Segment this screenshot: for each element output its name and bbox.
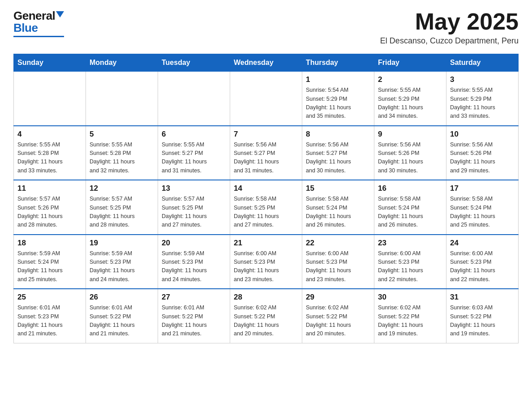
calendar-day-cell: 26Sunrise: 6:01 AMSunset: 5:22 PMDayligh…: [86, 289, 158, 343]
day-info: Sunrise: 6:00 AMSunset: 5:23 PMDaylight:…: [378, 249, 442, 284]
day-info: Sunrise: 5:58 AMSunset: 5:24 PMDaylight:…: [450, 195, 515, 230]
day-number: 16: [378, 184, 442, 193]
day-info: Sunrise: 5:56 AMSunset: 5:26 PMDaylight:…: [378, 141, 442, 176]
day-info: Sunrise: 6:00 AMSunset: 5:23 PMDaylight:…: [450, 249, 515, 284]
calendar-day-cell: 29Sunrise: 6:02 AMSunset: 5:22 PMDayligh…: [302, 289, 374, 343]
day-info: Sunrise: 6:02 AMSunset: 5:22 PMDaylight:…: [306, 304, 370, 338]
day-info: Sunrise: 6:00 AMSunset: 5:23 PMDaylight:…: [234, 249, 298, 284]
day-number: 27: [162, 293, 226, 302]
day-info: Sunrise: 5:55 AMSunset: 5:28 PMDaylight:…: [90, 141, 154, 176]
calendar-day-cell: [14, 72, 86, 126]
day-number: 29: [306, 293, 370, 302]
day-number: 21: [234, 239, 298, 248]
day-number: 23: [378, 239, 442, 248]
day-of-week-header: Sunday: [14, 54, 86, 72]
calendar-table: SundayMondayTuesdayWednesdayThursdayFrid…: [13, 54, 519, 343]
day-number: 26: [90, 293, 154, 302]
location-subtitle: El Descanso, Cuzco Department, Peru: [380, 36, 519, 46]
calendar-week-row: 4Sunrise: 5:55 AMSunset: 5:28 PMDaylight…: [14, 126, 519, 180]
calendar-day-cell: 7Sunrise: 5:56 AMSunset: 5:27 PMDaylight…: [230, 126, 302, 180]
calendar-day-cell: 2Sunrise: 5:55 AMSunset: 5:29 PMDaylight…: [374, 72, 446, 126]
day-info: Sunrise: 6:03 AMSunset: 5:22 PMDaylight:…: [450, 304, 515, 338]
calendar-day-cell: 14Sunrise: 5:58 AMSunset: 5:25 PMDayligh…: [230, 180, 302, 235]
day-of-week-header: Friday: [374, 54, 446, 72]
day-info: Sunrise: 5:55 AMSunset: 5:29 PMDaylight:…: [450, 86, 515, 121]
calendar-day-cell: 31Sunrise: 6:03 AMSunset: 5:22 PMDayligh…: [446, 289, 519, 343]
logo-blue-text: Blue: [13, 21, 38, 35]
calendar-week-row: 18Sunrise: 5:59 AMSunset: 5:24 PMDayligh…: [14, 235, 519, 289]
logo-underline: [13, 36, 64, 37]
day-number: 7: [234, 130, 298, 139]
calendar-day-cell: 9Sunrise: 5:56 AMSunset: 5:26 PMDaylight…: [374, 126, 446, 180]
calendar-day-cell: [158, 72, 230, 126]
day-number: 24: [450, 239, 515, 248]
day-info: Sunrise: 5:56 AMSunset: 5:26 PMDaylight:…: [450, 141, 515, 176]
day-info: Sunrise: 6:00 AMSunset: 5:23 PMDaylight:…: [306, 249, 370, 284]
day-number: 20: [162, 239, 226, 248]
calendar-day-cell: 30Sunrise: 6:02 AMSunset: 5:22 PMDayligh…: [374, 289, 446, 343]
calendar-day-cell: 27Sunrise: 6:01 AMSunset: 5:22 PMDayligh…: [158, 289, 230, 343]
calendar-day-cell: 10Sunrise: 5:56 AMSunset: 5:26 PMDayligh…: [446, 126, 519, 180]
day-number: 12: [90, 184, 154, 193]
calendar-week-row: 1Sunrise: 5:54 AMSunset: 5:29 PMDaylight…: [14, 72, 519, 126]
day-number: 9: [378, 130, 442, 139]
logo: General Blue: [13, 9, 64, 37]
calendar-day-cell: 28Sunrise: 6:02 AMSunset: 5:22 PMDayligh…: [230, 289, 302, 343]
calendar-day-cell: 15Sunrise: 5:58 AMSunset: 5:24 PMDayligh…: [302, 180, 374, 235]
day-number: 30: [378, 293, 442, 302]
day-info: Sunrise: 5:54 AMSunset: 5:29 PMDaylight:…: [306, 86, 370, 121]
calendar-day-cell: 25Sunrise: 6:01 AMSunset: 5:23 PMDayligh…: [14, 289, 86, 343]
month-title: May 2025: [380, 9, 519, 34]
day-number: 15: [306, 184, 370, 193]
calendar-day-cell: 23Sunrise: 6:00 AMSunset: 5:23 PMDayligh…: [374, 235, 446, 289]
day-number: 4: [17, 130, 82, 139]
day-number: 25: [17, 293, 82, 302]
day-of-week-header: Saturday: [446, 54, 519, 72]
calendar-day-cell: 6Sunrise: 5:55 AMSunset: 5:27 PMDaylight…: [158, 126, 230, 180]
day-info: Sunrise: 5:55 AMSunset: 5:29 PMDaylight:…: [378, 86, 442, 121]
calendar-day-cell: 20Sunrise: 5:59 AMSunset: 5:23 PMDayligh…: [158, 235, 230, 289]
calendar-day-cell: 5Sunrise: 5:55 AMSunset: 5:28 PMDaylight…: [86, 126, 158, 180]
calendar-day-cell: [86, 72, 158, 126]
calendar-day-cell: 8Sunrise: 5:56 AMSunset: 5:27 PMDaylight…: [302, 126, 374, 180]
calendar-day-cell: 11Sunrise: 5:57 AMSunset: 5:26 PMDayligh…: [14, 180, 86, 235]
calendar-day-cell: 18Sunrise: 5:59 AMSunset: 5:24 PMDayligh…: [14, 235, 86, 289]
day-number: 18: [17, 239, 82, 248]
page-header: General Blue May 2025 El Descanso, Cuzco…: [13, 9, 519, 46]
day-info: Sunrise: 6:01 AMSunset: 5:23 PMDaylight:…: [17, 304, 82, 338]
day-number: 8: [306, 130, 370, 139]
day-info: Sunrise: 5:59 AMSunset: 5:23 PMDaylight:…: [162, 249, 226, 284]
calendar-week-row: 25Sunrise: 6:01 AMSunset: 5:23 PMDayligh…: [14, 289, 519, 343]
calendar-day-cell: 21Sunrise: 6:00 AMSunset: 5:23 PMDayligh…: [230, 235, 302, 289]
day-info: Sunrise: 6:02 AMSunset: 5:22 PMDaylight:…: [234, 304, 298, 338]
day-number: 6: [162, 130, 226, 139]
day-number: 22: [306, 239, 370, 248]
day-info: Sunrise: 5:58 AMSunset: 5:24 PMDaylight:…: [378, 195, 442, 230]
day-info: Sunrise: 5:58 AMSunset: 5:24 PMDaylight:…: [306, 195, 370, 230]
day-info: Sunrise: 5:56 AMSunset: 5:27 PMDaylight:…: [234, 141, 298, 176]
day-number: 17: [450, 184, 515, 193]
day-number: 28: [234, 293, 298, 302]
day-info: Sunrise: 5:59 AMSunset: 5:23 PMDaylight:…: [90, 249, 154, 284]
day-info: Sunrise: 5:58 AMSunset: 5:25 PMDaylight:…: [234, 195, 298, 230]
day-info: Sunrise: 5:59 AMSunset: 5:24 PMDaylight:…: [17, 249, 82, 284]
day-info: Sunrise: 5:57 AMSunset: 5:26 PMDaylight:…: [17, 195, 82, 230]
day-info: Sunrise: 5:55 AMSunset: 5:27 PMDaylight:…: [162, 141, 226, 176]
calendar-day-cell: [230, 72, 302, 126]
day-number: 2: [378, 75, 442, 84]
day-number: 5: [90, 130, 154, 139]
day-number: 3: [450, 75, 515, 84]
calendar-day-cell: 13Sunrise: 5:57 AMSunset: 5:25 PMDayligh…: [158, 180, 230, 235]
calendar-header: SundayMondayTuesdayWednesdayThursdayFrid…: [14, 54, 519, 72]
day-info: Sunrise: 5:57 AMSunset: 5:25 PMDaylight:…: [162, 195, 226, 230]
title-area: May 2025 El Descanso, Cuzco Department, …: [380, 9, 519, 46]
calendar-day-cell: 3Sunrise: 5:55 AMSunset: 5:29 PMDaylight…: [446, 72, 519, 126]
day-of-week-header: Monday: [86, 54, 158, 72]
day-number: 31: [450, 293, 515, 302]
logo-triangle-icon: [56, 11, 64, 17]
day-info: Sunrise: 5:56 AMSunset: 5:27 PMDaylight:…: [306, 141, 370, 176]
calendar-day-cell: 12Sunrise: 5:57 AMSunset: 5:25 PMDayligh…: [86, 180, 158, 235]
calendar-day-cell: 17Sunrise: 5:58 AMSunset: 5:24 PMDayligh…: [446, 180, 519, 235]
day-info: Sunrise: 6:01 AMSunset: 5:22 PMDaylight:…: [90, 304, 154, 338]
calendar-day-cell: 16Sunrise: 5:58 AMSunset: 5:24 PMDayligh…: [374, 180, 446, 235]
